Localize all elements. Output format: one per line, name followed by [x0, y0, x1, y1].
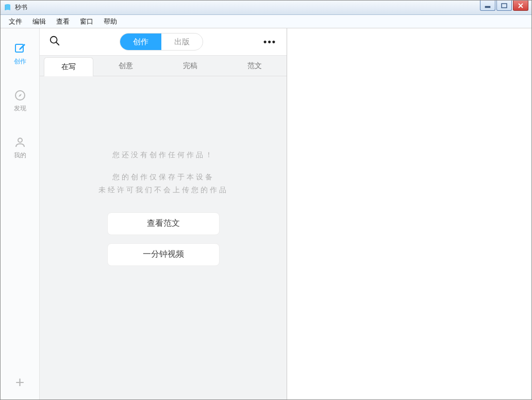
ellipsis-icon: ••• [263, 37, 276, 47]
middle-header: 创作 出版 ••• [40, 28, 287, 56]
plus-icon: + [15, 374, 25, 391]
sidebar-item-discover[interactable]: 发现 [1, 85, 39, 121]
window-buttons [479, 1, 531, 12]
svg-rect-2 [15, 44, 23, 52]
segment-publish[interactable]: 出版 [161, 34, 203, 50]
tab-sample[interactable]: 范文 [222, 61, 287, 76]
tab-done[interactable]: 完稿 [158, 61, 222, 76]
view-samples-button[interactable]: 查看范文 [107, 212, 220, 235]
segment-create[interactable]: 创作 [120, 34, 161, 50]
one-minute-video-button[interactable]: 一分钟视频 [107, 243, 220, 266]
sidebar-item-label: 我的 [1, 151, 39, 160]
sidebar-item-label: 发现 [1, 104, 39, 113]
tabs-row: 在写 创意 完稿 范文 [40, 56, 287, 76]
svg-rect-0 [485, 6, 490, 8]
sidebar: 创作 发现 我的 + [1, 28, 40, 399]
client-area: 创作 发现 我的 + [1, 28, 531, 399]
middle-top-row: 创作 出版 ••• [40, 28, 287, 55]
empty-message-line1: 您还没有创作任何作品！ [112, 148, 214, 161]
empty-message-line3: 未经许可我们不会上传您的作品 [98, 184, 228, 196]
right-column [287, 28, 531, 399]
svg-rect-1 [502, 4, 507, 8]
close-button[interactable] [513, 1, 528, 11]
tab-idea[interactable]: 创意 [93, 61, 158, 76]
sidebar-add-button[interactable]: + [1, 375, 39, 390]
sidebar-item-profile[interactable]: 我的 [1, 131, 39, 168]
menu-view[interactable]: 查看 [51, 15, 75, 28]
middle-column: 创作 出版 ••• 在写 创意 完稿 范文 您还没有创作任何作品！ 您的创作仅保… [40, 28, 287, 399]
sidebar-item-create[interactable]: 创作 [1, 38, 39, 74]
compose-icon [1, 42, 39, 55]
minimize-button[interactable] [480, 1, 495, 11]
discover-icon [1, 89, 39, 102]
window-titlebar: 秒书 [1, 1, 531, 15]
segmented-control: 创作 出版 [120, 33, 203, 51]
app-icon [4, 4, 12, 12]
menu-window[interactable]: 窗口 [75, 15, 98, 28]
maximize-button[interactable] [496, 1, 512, 11]
tab-writing[interactable]: 在写 [44, 57, 93, 76]
search-button[interactable] [47, 34, 62, 49]
window-title: 秒书 [15, 3, 27, 12]
svg-point-4 [18, 138, 22, 142]
more-button[interactable]: ••• [260, 35, 279, 49]
menu-file[interactable]: 文件 [4, 15, 27, 28]
search-icon [49, 35, 60, 48]
middle-body: 您还没有创作任何作品！ 您的创作仅保存于本设备 未经许可我们不会上传您的作品 查… [40, 76, 287, 399]
menu-edit[interactable]: 编辑 [27, 15, 51, 28]
menu-help[interactable]: 帮助 [98, 15, 122, 28]
profile-icon [1, 136, 39, 149]
menubar: 文件 编辑 查看 窗口 帮助 [1, 15, 531, 28]
empty-message-line2: 您的创作仅保存于本设备 [112, 171, 214, 184]
sidebar-item-label: 创作 [1, 57, 39, 66]
